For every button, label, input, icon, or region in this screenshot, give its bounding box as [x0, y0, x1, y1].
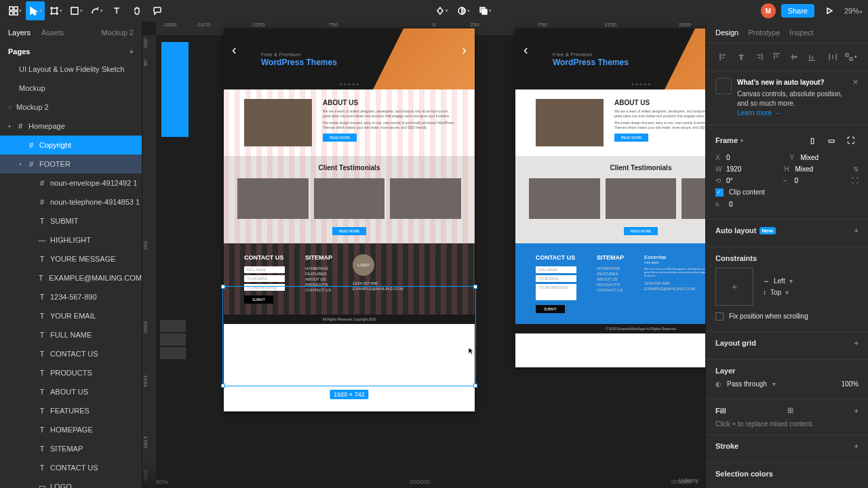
constraint-v-select[interactable]: Top — [770, 289, 781, 296]
comment-tool[interactable] — [148, 1, 167, 20]
layer-item[interactable]: #noun-telephone-4914853 1 — [0, 192, 142, 211]
page-item[interactable]: UI Layout & Low Fidelity Sketch — [0, 60, 142, 79]
fix-scroll-checkbox[interactable] — [715, 312, 724, 321]
sitemap-link[interactable]: FEATURES — [597, 272, 624, 276]
frame-tool[interactable] — [46, 1, 65, 20]
layer-item[interactable]: TYOUR EMAIL — [0, 306, 142, 325]
layer-item[interactable]: ▾#FOOTER — [0, 155, 142, 174]
hand-tool[interactable] — [127, 1, 146, 20]
component-menu[interactable] — [433, 1, 452, 20]
blue-shape[interactable] — [161, 42, 189, 137]
read-more-button[interactable]: READ MORE — [323, 134, 357, 142]
promo-link[interactable]: Learn more → — [737, 109, 781, 117]
message-input[interactable]: YOURE MESSAGE — [244, 284, 285, 291]
layer-item[interactable]: TCONTACT US — [0, 458, 142, 477]
tab-layers[interactable]: Layers — [8, 28, 31, 37]
message-input[interactable]: YOURE MESSAGE — [536, 284, 576, 300]
sitemap-link[interactable]: CONTACT US — [305, 288, 332, 292]
distribute-icon[interactable] — [825, 49, 841, 65]
canvas[interactable]: -2000-1670-1250-750025075012502000250030… — [142, 22, 705, 488]
layer-item[interactable]: —HIGHLIGHT — [0, 230, 142, 249]
layer-item[interactable]: T1234-567-890 — [0, 287, 142, 306]
clip-content-checkbox[interactable] — [715, 188, 724, 197]
file-name[interactable]: Mockup 2 — [101, 28, 134, 37]
pen-tool[interactable] — [87, 1, 106, 20]
resize-hug-icon[interactable]: ▭ — [823, 132, 840, 148]
rotation-input[interactable] — [726, 177, 767, 184]
fill-style-icon[interactable]: ⊞ — [787, 406, 793, 415]
layer-item[interactable]: TFEATURES — [0, 401, 142, 420]
text-tool[interactable] — [107, 1, 126, 20]
layer-item[interactable]: #noun-envelope-4912492 1 — [0, 174, 142, 192]
align-top-icon[interactable] — [768, 49, 785, 65]
page-item[interactable]: Mockup — [0, 79, 142, 98]
layer-item[interactable]: ▭LOGO — [0, 477, 142, 488]
x-input[interactable] — [726, 154, 767, 161]
add-page-button[interactable]: + — [130, 47, 134, 56]
submit-button[interactable]: SUBMIT — [244, 296, 273, 304]
add-stroke-button[interactable]: + — [854, 442, 859, 450]
align-v-center-icon[interactable] — [786, 49, 802, 65]
zoom-level[interactable]: 29% — [844, 7, 863, 15]
width-input[interactable] — [726, 165, 767, 173]
constraint-widget[interactable] — [715, 268, 753, 306]
add-grid-button[interactable]: + — [854, 339, 859, 347]
user-avatar[interactable]: M — [761, 3, 776, 18]
sitemap-link[interactable]: FEATURES — [305, 272, 332, 276]
resize-fixed-icon[interactable]: ▯ — [804, 132, 821, 148]
layer-item[interactable]: ▾#Homepage — [0, 117, 142, 136]
tab-inspect[interactable]: Inspect — [789, 28, 813, 37]
layer-item[interactable]: TABOUT US — [0, 382, 142, 401]
blend-mode-select[interactable]: Pass through — [727, 380, 767, 388]
page-item[interactable]: ✓Mockup 2 — [0, 98, 142, 117]
opacity-input[interactable]: 100% — [841, 380, 859, 388]
present-button[interactable] — [820, 1, 839, 20]
tidy-icon[interactable] — [842, 49, 859, 65]
move-tool[interactable] — [26, 1, 45, 20]
resize-fill-icon[interactable]: ⛶ — [842, 132, 859, 148]
layer-item[interactable]: TPRODUCTS — [0, 363, 142, 382]
sitemap-link[interactable]: PRODUCTS — [597, 283, 624, 287]
tab-assets[interactable]: Assets — [41, 28, 64, 37]
height-input[interactable] — [795, 165, 836, 173]
layer-item[interactable]: TCONTACT US — [0, 344, 142, 363]
carousel-next-icon[interactable]: › — [462, 42, 467, 58]
constrain-proportions-icon[interactable]: ⇅ — [853, 165, 859, 173]
email-input[interactable]: YOUR EMAIL — [536, 275, 576, 282]
full-name-input[interactable]: FULL NAME — [244, 266, 285, 273]
align-bottom-icon[interactable] — [804, 49, 820, 65]
y-input[interactable] — [801, 154, 842, 161]
sitemap-link[interactable]: ABOUT US — [597, 277, 624, 281]
add-auto-layout-button[interactable]: + — [854, 226, 859, 235]
layer-item[interactable]: THOMEPAGE — [0, 420, 142, 439]
artboard-1[interactable]: ‹ › Free & Premium WordPress Themes ABOU… — [224, 28, 475, 411]
carousel-prev-icon[interactable]: ‹ — [524, 42, 528, 58]
full-name-input[interactable]: FULL NAME — [536, 266, 576, 273]
corner-input[interactable] — [795, 177, 835, 184]
align-left-icon[interactable] — [715, 49, 732, 65]
layer-item[interactable]: TEXAMPLE@MAILING.COM — [0, 268, 142, 287]
layer-item[interactable]: TSUBMIT — [0, 211, 142, 230]
layer-item[interactable]: TYOURE MESSAGE — [0, 249, 142, 268]
artboard-2[interactable]: ‹ › Free & Premium WordPress Themes ABOU… — [515, 28, 705, 367]
align-right-icon[interactable] — [751, 49, 767, 65]
layer-item[interactable]: #Copyright — [0, 136, 142, 155]
carousel-prev-icon[interactable]: ‹ — [232, 42, 237, 58]
read-more-button[interactable]: READ MORE — [614, 134, 648, 142]
sitemap-link[interactable]: HOMEPAGE — [597, 266, 624, 270]
sitemap-link[interactable]: HOMEPAGE — [305, 266, 332, 270]
read-more-button[interactable]: READ MORE — [624, 227, 658, 235]
sitemap-link[interactable]: PRODUCTS — [305, 283, 332, 287]
sitemap-link[interactable]: ABOUT US — [305, 277, 332, 281]
submit-button[interactable]: SUBMIT — [536, 305, 565, 313]
add-fill-button[interactable]: + — [854, 407, 859, 415]
close-icon[interactable]: ✕ — [852, 78, 859, 87]
tab-prototype[interactable]: Prototype — [748, 28, 780, 37]
email-input[interactable]: YOUR EMAIL — [244, 275, 285, 282]
sitemap-link[interactable]: CONTACT US — [597, 288, 624, 292]
constraint-h-select[interactable]: Left — [774, 277, 785, 285]
corner-options-icon[interactable]: ⛶ — [852, 177, 859, 184]
gap-input[interactable] — [729, 201, 770, 208]
layer-item[interactable]: TFULL NAME — [0, 325, 142, 344]
carousel-dots[interactable] — [632, 83, 650, 85]
